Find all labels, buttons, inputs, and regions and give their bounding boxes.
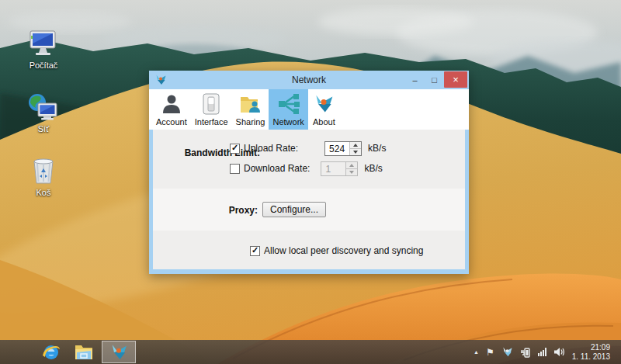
power-plug-icon[interactable]: [520, 347, 531, 358]
about-crane-icon: [312, 92, 336, 116]
tab-network[interactable]: Network: [269, 89, 307, 130]
discovery-row: ✓ Allow local peer discovery and syncing: [250, 244, 423, 257]
network-settings-window: Network – □ × Account: [149, 71, 469, 274]
account-icon: [159, 92, 183, 116]
interface-switch-icon: [199, 92, 224, 116]
taskbar-explorer-button[interactable]: [68, 341, 99, 363]
tab-label: Account: [156, 117, 187, 127]
taskbar-sparkleshare-button[interactable]: [102, 341, 136, 363]
network-branch-icon: [276, 92, 300, 116]
tray-crane-icon[interactable]: [501, 346, 513, 358]
tab-label: About: [313, 117, 335, 127]
tab-account[interactable]: Account: [152, 89, 191, 130]
upload-rate-spinner[interactable]: 524: [324, 141, 362, 156]
spin-down-button[interactable]: [346, 168, 357, 175]
checkmark-icon: ✓: [231, 143, 238, 152]
proxy-configure-button[interactable]: Configure...: [262, 202, 326, 217]
network-globe-icon: [27, 92, 60, 123]
taskbar-clock[interactable]: 21:09 1. 11. 2013: [572, 343, 610, 362]
download-unit-label: kB/s: [364, 163, 382, 174]
close-button[interactable]: ×: [444, 71, 467, 88]
tab-interface[interactable]: Interface: [191, 89, 232, 130]
download-rate-checkbox[interactable]: [230, 164, 240, 174]
network-signal-icon[interactable]: [538, 348, 546, 356]
internet-explorer-icon: [41, 342, 61, 362]
taskbar: ▲ ⚑: [0, 340, 621, 364]
settings-content: Bandwidth Limit: ✓ Upload Rate: 524 kB/s…: [153, 130, 465, 269]
tray-expand-icon[interactable]: ▲: [474, 349, 479, 355]
checkmark-icon: ✓: [252, 245, 258, 255]
spin-up-button[interactable]: [350, 142, 361, 148]
desktop-icon-network[interactable]: Síť: [14, 92, 73, 133]
download-rate-value: 1: [321, 162, 345, 175]
proxy-label: Proxy:: [153, 205, 258, 216]
tab-label: Interface: [195, 117, 228, 127]
file-explorer-icon: [74, 343, 94, 362]
upload-rate-value[interactable]: 524: [325, 142, 349, 155]
system-tray: ▲ ⚑: [474, 340, 621, 364]
upload-rate-label: Upload Rate:: [244, 143, 298, 154]
desktop-icon-recycle-bin[interactable]: Koš: [14, 155, 73, 197]
clock-date: 1. 11. 2013: [572, 352, 610, 362]
action-center-flag-icon[interactable]: ⚑: [486, 347, 494, 358]
spin-down-button[interactable]: [350, 148, 361, 155]
discovery-checkbox[interactable]: ✓: [250, 246, 260, 256]
upload-unit-label: kB/s: [368, 143, 386, 154]
taskbar-ie-button[interactable]: [36, 341, 67, 363]
recycle-bin-icon: [27, 155, 60, 186]
discovery-label: Allow local peer discovery and syncing: [264, 245, 423, 256]
desktop-icon-label: Koš: [36, 188, 51, 197]
upload-rate-checkbox[interactable]: ✓: [230, 144, 240, 154]
sharing-folder-icon: [238, 92, 262, 116]
tab-label: Network: [272, 117, 304, 127]
desktop: Počítač Síť: [0, 0, 621, 364]
bandwidth-section: [153, 130, 465, 189]
tab-bar: Account Interface: [149, 89, 469, 130]
desktop-icon-computer[interactable]: Počítač: [14, 28, 73, 70]
clock-time: 21:09: [572, 343, 610, 352]
desktop-icon-label: Síť: [38, 124, 50, 133]
maximize-button[interactable]: □: [425, 71, 444, 88]
desktop-icon-label: Počítač: [29, 61, 58, 70]
tab-sharing[interactable]: Sharing: [232, 89, 269, 130]
tab-label: Sharing: [236, 117, 265, 127]
tab-about[interactable]: About: [308, 89, 340, 130]
download-rate-spinner[interactable]: 1: [321, 161, 358, 176]
titlebar[interactable]: Network – □ ×: [149, 71, 469, 89]
volume-icon[interactable]: [553, 347, 565, 357]
minimize-button[interactable]: –: [405, 71, 425, 88]
upload-rate-row: ✓ Upload Rate: 524 kB/s: [230, 140, 386, 157]
download-rate-label: Download Rate:: [244, 163, 310, 174]
download-rate-row: Download Rate: 1 kB/s: [230, 160, 383, 177]
computer-icon: [27, 28, 60, 59]
crane-app-icon: [109, 343, 128, 362]
spin-up-button[interactable]: [346, 162, 357, 168]
